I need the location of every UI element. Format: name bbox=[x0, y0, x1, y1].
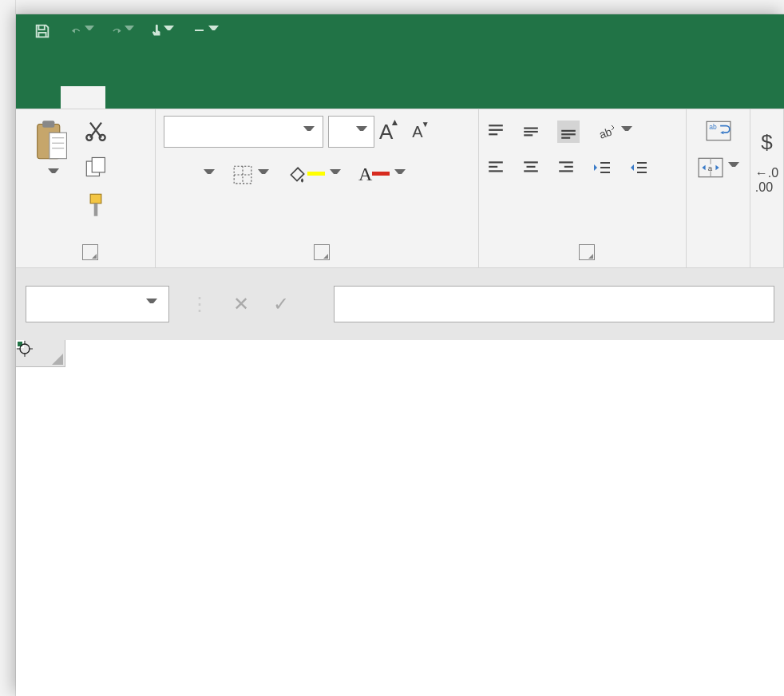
wrap-text-button[interactable]: ab bbox=[695, 121, 742, 141]
select-all-corner[interactable] bbox=[16, 340, 65, 367]
column-headers bbox=[65, 340, 784, 367]
undo-icon[interactable] bbox=[70, 19, 94, 43]
tab-data[interactable] bbox=[284, 86, 329, 109]
chevron-down-icon bbox=[258, 169, 269, 180]
ribbon-tabs bbox=[16, 48, 784, 109]
ribbon: A▲ A▼ A bbox=[16, 109, 784, 268]
shrink-font-button[interactable]: A▼ bbox=[412, 123, 422, 141]
format-painter-icon[interactable] bbox=[85, 192, 107, 218]
increase-decimal-button[interactable]: ←.0.00 bbox=[758, 166, 775, 195]
borders-button[interactable] bbox=[232, 164, 269, 185]
enter-formula-icon[interactable]: ✓ bbox=[273, 293, 289, 315]
svg-rect-9 bbox=[92, 157, 105, 172]
cut-icon[interactable] bbox=[85, 119, 107, 141]
svg-rect-1 bbox=[42, 121, 54, 128]
align-bottom-button[interactable] bbox=[557, 121, 580, 143]
cells-area[interactable] bbox=[65, 367, 784, 696]
paste-dropdown-icon[interactable] bbox=[48, 168, 59, 180]
chevron-down-icon bbox=[204, 169, 215, 180]
cancel-formula-icon[interactable]: ✕ bbox=[233, 293, 249, 315]
align-center-button[interactable] bbox=[522, 159, 540, 176]
group-alignment: ab bbox=[479, 109, 687, 267]
alignment-dialog-launcher-icon[interactable] bbox=[579, 244, 595, 260]
accounting-format-button[interactable]: $ bbox=[758, 130, 775, 155]
chevron-down-icon bbox=[728, 162, 739, 173]
tab-formulas[interactable] bbox=[240, 86, 284, 109]
tab-draw[interactable] bbox=[150, 86, 195, 109]
svg-rect-10 bbox=[90, 194, 101, 203]
tab-file[interactable] bbox=[16, 86, 61, 109]
decrease-indent-button[interactable] bbox=[592, 159, 612, 176]
fill-color-button[interactable] bbox=[287, 164, 341, 185]
chevron-down-icon bbox=[621, 126, 632, 137]
svg-point-7 bbox=[100, 135, 105, 140]
paste-icon[interactable] bbox=[34, 119, 69, 162]
tab-insert[interactable] bbox=[105, 86, 150, 109]
align-middle-button[interactable] bbox=[522, 123, 540, 140]
merge-center-button[interactable]: a bbox=[695, 157, 742, 178]
font-color-button[interactable]: A bbox=[358, 164, 406, 185]
svg-text:a: a bbox=[707, 164, 712, 172]
name-box[interactable] bbox=[26, 286, 169, 322]
font-name-combo[interactable] bbox=[164, 116, 323, 148]
increase-indent-button[interactable] bbox=[629, 159, 648, 176]
copy-icon[interactable] bbox=[85, 156, 109, 178]
chevron-down-icon bbox=[394, 169, 406, 180]
align-top-button[interactable] bbox=[487, 123, 505, 140]
tab-home[interactable] bbox=[61, 86, 105, 109]
customize-qat-icon[interactable] bbox=[195, 19, 219, 43]
tab-page-layout[interactable] bbox=[195, 86, 240, 109]
align-right-button[interactable] bbox=[557, 159, 575, 176]
svg-text:ab: ab bbox=[709, 123, 717, 131]
touch-mode-icon[interactable] bbox=[150, 19, 174, 43]
group-number: $ ←.0.00 bbox=[750, 109, 784, 267]
group-clipboard bbox=[16, 109, 156, 267]
formula-bar: ⋮ ✕ ✓ bbox=[16, 268, 784, 340]
clipboard-dialog-launcher-icon[interactable] bbox=[82, 244, 98, 260]
font-size-combo[interactable] bbox=[328, 116, 374, 148]
svg-rect-2 bbox=[49, 132, 67, 158]
orientation-button[interactable]: ab bbox=[597, 122, 632, 141]
save-icon[interactable] bbox=[30, 19, 54, 43]
chevron-down-icon bbox=[146, 299, 157, 310]
group-font: A▲ A▼ A bbox=[156, 109, 479, 267]
align-left-button[interactable] bbox=[487, 159, 505, 176]
quick-access-toolbar bbox=[16, 14, 784, 48]
chevron-down-icon bbox=[356, 126, 367, 137]
background-window-top bbox=[0, 0, 784, 14]
svg-text:ab: ab bbox=[597, 125, 613, 140]
font-dialog-launcher-icon[interactable] bbox=[314, 244, 330, 260]
svg-point-6 bbox=[86, 135, 92, 140]
underline-button[interactable] bbox=[199, 169, 215, 180]
row-headers bbox=[16, 367, 65, 696]
redo-icon[interactable] bbox=[110, 19, 134, 43]
formula-input[interactable] bbox=[334, 286, 774, 322]
background-window-left bbox=[0, 0, 16, 696]
chevron-down-icon bbox=[330, 169, 341, 180]
tab-r-partial[interactable] bbox=[329, 86, 374, 109]
chevron-down-icon bbox=[303, 126, 315, 137]
svg-rect-11 bbox=[94, 204, 98, 216]
spreadsheet-grid bbox=[16, 340, 784, 696]
grow-font-button[interactable]: A▲ bbox=[379, 120, 393, 144]
group-wrap-merge: ab a bbox=[687, 109, 750, 267]
